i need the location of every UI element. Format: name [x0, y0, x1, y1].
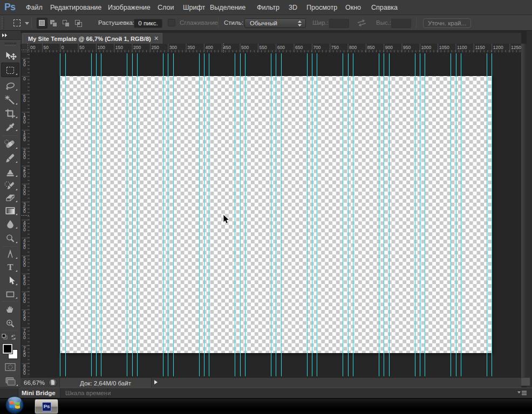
svg-text:T: T — [8, 263, 13, 272]
